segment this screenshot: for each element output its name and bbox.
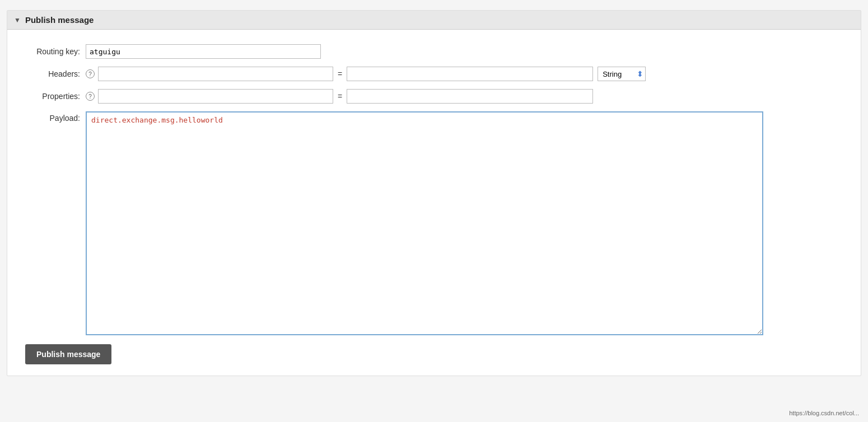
payload-label: Payload:: [18, 111, 86, 123]
chevron-down-icon: ▼: [14, 16, 21, 24]
section-header: ▼ Publish message: [7, 11, 861, 30]
headers-equals: =: [338, 69, 342, 78]
payload-row: Payload: direct.exchange.msg.helloworld: [18, 111, 850, 335]
properties-equals: =: [338, 92, 342, 101]
properties-label: Properties:: [18, 92, 86, 101]
type-select-wrapper: String Number Boolean ⬍: [598, 67, 646, 81]
routing-key-label: Routing key:: [18, 47, 86, 56]
page-container: ▼ Publish message Routing key: Headers: …: [0, 0, 868, 422]
properties-help-icon[interactable]: ?: [86, 92, 95, 101]
footer-link: https://blog.csdn.net/col...: [789, 410, 859, 416]
routing-key-input[interactable]: [86, 44, 321, 59]
properties-value-input[interactable]: [347, 89, 593, 104]
properties-row: Properties: ? =: [18, 89, 850, 104]
headers-key-input[interactable]: [98, 67, 333, 81]
form-area: Routing key: Headers: ? = String Number …: [7, 39, 861, 376]
headers-help-icon[interactable]: ?: [86, 69, 95, 78]
section-title: Publish message: [25, 15, 94, 25]
headers-value-input[interactable]: [347, 67, 593, 81]
publish-message-section: ▼ Publish message Routing key: Headers: …: [7, 10, 861, 376]
headers-row: Headers: ? = String Number Boolean ⬍: [18, 67, 850, 81]
headers-label: Headers:: [18, 69, 86, 78]
publish-message-button[interactable]: Publish message: [25, 344, 111, 364]
properties-key-input[interactable]: [98, 89, 333, 104]
button-row: Publish message: [18, 344, 850, 364]
headers-type-select[interactable]: String Number Boolean: [598, 67, 646, 81]
routing-key-row: Routing key:: [18, 44, 850, 59]
payload-textarea[interactable]: direct.exchange.msg.helloworld: [86, 111, 763, 335]
